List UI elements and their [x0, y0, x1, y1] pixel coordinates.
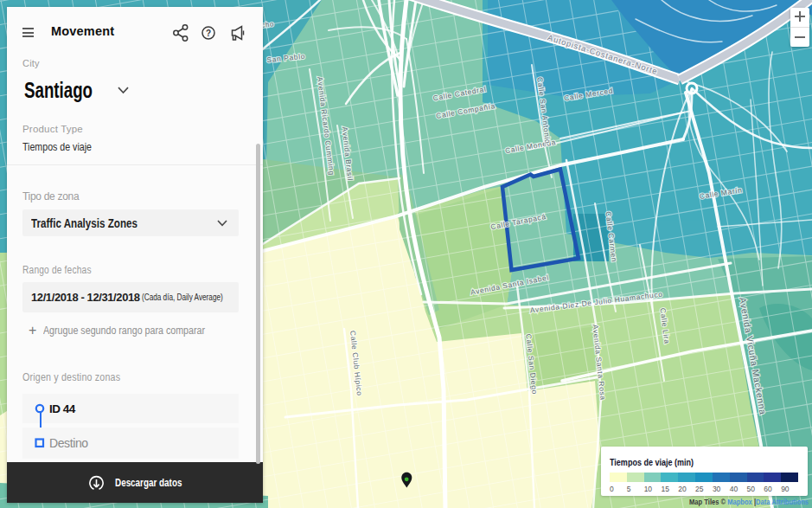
- svg-text:?: ?: [206, 29, 211, 38]
